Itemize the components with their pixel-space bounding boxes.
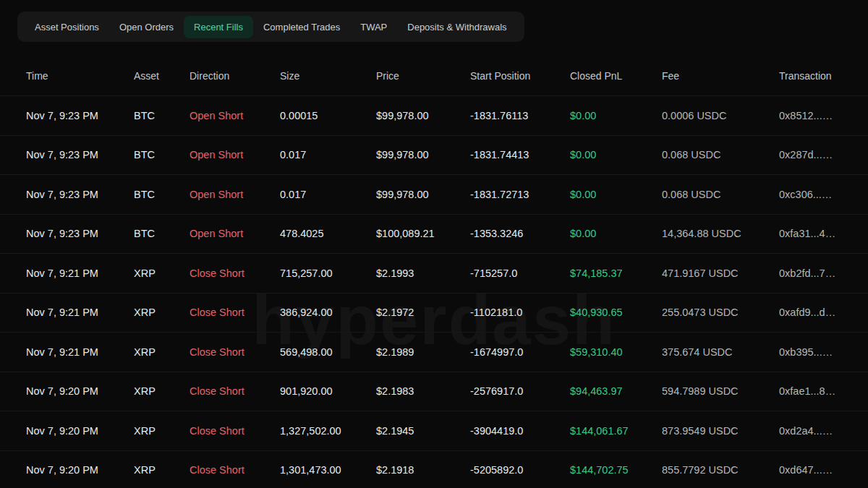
column-header-size: Size	[280, 70, 376, 82]
cell-asset: XRP	[134, 464, 190, 476]
transaction-link[interactable]: 0xd2a4...deee	[779, 425, 842, 437]
cell-closed-pnl: $74,185.37	[570, 267, 662, 279]
tab-asset-positions[interactable]: Asset Positions	[25, 16, 109, 38]
cell-price: $99,978.00	[376, 149, 470, 160]
column-header-fee: Fee	[662, 70, 779, 82]
cell-closed-pnl: $0.00	[570, 110, 662, 121]
cell-direction: Close Short	[190, 385, 280, 397]
cell-start-position: -3904419.0	[470, 425, 570, 437]
cell-asset: XRP	[134, 385, 190, 397]
tab-completed-trades[interactable]: Completed Trades	[253, 16, 350, 38]
cell-closed-pnl: $59,310.40	[570, 346, 662, 358]
table-row: Nov 7, 9:23 PM BTC Open Short 0.017 $99,…	[0, 174, 868, 214]
transaction-link[interactable]: 0xfa31...4fa8	[779, 228, 842, 239]
cell-start-position: -5205892.0	[470, 464, 570, 476]
cell-start-position: -715257.0	[470, 267, 570, 279]
table-row: Nov 7, 9:21 PM XRP Close Short 569,498.0…	[0, 332, 868, 372]
cell-fee: 594.7989 USDC	[662, 385, 779, 397]
cell-price: $100,089.21	[376, 228, 470, 239]
cell-start-position: -1831.76113	[470, 110, 570, 121]
cell-start-position: -1674997.0	[470, 346, 570, 358]
transaction-link[interactable]: 0xb2fd...7089	[779, 267, 842, 279]
table-row: Nov 7, 9:21 PM XRP Close Short 386,924.0…	[0, 293, 868, 333]
transaction-link[interactable]: 0xfae1...81fb	[779, 385, 842, 397]
cell-direction: Open Short	[190, 189, 280, 200]
cell-size: 0.017	[280, 189, 376, 200]
cell-time: Nov 7, 9:21 PM	[26, 346, 134, 358]
transaction-link[interactable]: 0x8512...32f3	[779, 110, 842, 121]
column-header-closed-pnl: Closed PnL	[570, 70, 662, 82]
column-header-transaction: Transaction	[779, 70, 842, 82]
cell-time: Nov 7, 9:20 PM	[26, 425, 134, 437]
table-row: Nov 7, 9:23 PM BTC Open Short 0.017 $99,…	[0, 135, 868, 175]
tab-open-orders[interactable]: Open Orders	[109, 16, 184, 38]
cell-time: Nov 7, 9:20 PM	[26, 464, 134, 476]
cell-direction: Open Short	[190, 228, 280, 239]
tab-bar: Asset Positions Open Orders Recent Fills…	[17, 12, 524, 42]
cell-fee: 14,364.88 USDC	[662, 228, 779, 239]
transaction-link[interactable]: 0xb395...a8fe	[779, 346, 842, 358]
column-header-price: Price	[376, 70, 470, 82]
cell-size: 386,924.00	[280, 307, 376, 318]
cell-direction: Close Short	[190, 346, 280, 358]
table-row: Nov 7, 9:20 PM XRP Close Short 1,301,473…	[0, 450, 868, 488]
cell-size: 0.017	[280, 149, 376, 160]
cell-start-position: -2576917.0	[470, 385, 570, 397]
cell-fee: 0.068 USDC	[662, 189, 779, 200]
cell-time: Nov 7, 9:21 PM	[26, 267, 134, 279]
transaction-link[interactable]: 0xc306...dee3	[779, 189, 842, 200]
cell-fee: 375.674 USDC	[662, 346, 779, 358]
cell-direction: Open Short	[190, 149, 280, 160]
cell-size: 1,327,502.00	[280, 425, 376, 437]
transaction-link[interactable]: 0x287d...abb1	[779, 149, 842, 160]
cell-fee: 855.7792 USDC	[662, 464, 779, 476]
cell-asset: XRP	[134, 267, 190, 279]
cell-start-position: -1102181.0	[470, 307, 570, 318]
recent-fills-table: Time Asset Direction Size Price Start Po…	[0, 56, 868, 488]
cell-price: $2.1993	[376, 267, 470, 279]
cell-asset: BTC	[134, 149, 190, 160]
column-header-asset: Asset	[134, 70, 190, 82]
table-row: Nov 7, 9:23 PM BTC Open Short 478.4025 $…	[0, 214, 868, 254]
cell-price: $2.1983	[376, 385, 470, 397]
cell-asset: BTC	[134, 110, 190, 121]
cell-size: 569,498.00	[280, 346, 376, 358]
cell-start-position: -1831.72713	[470, 189, 570, 200]
table-row: Nov 7, 9:21 PM XRP Close Short 715,257.0…	[0, 253, 868, 293]
cell-price: $2.1972	[376, 307, 470, 318]
cell-size: 478.4025	[280, 228, 376, 239]
cell-time: Nov 7, 9:23 PM	[26, 110, 134, 121]
cell-fee: 471.9167 USDC	[662, 267, 779, 279]
cell-fee: 873.9549 USDC	[662, 425, 779, 437]
table-row: Nov 7, 9:23 PM BTC Open Short 0.00015 $9…	[0, 95, 868, 135]
cell-direction: Close Short	[190, 267, 280, 279]
transaction-link[interactable]: 0xd647...ceb9	[779, 464, 842, 476]
cell-size: 1,301,473.00	[280, 464, 376, 476]
cell-price: $99,978.00	[376, 189, 470, 200]
cell-time: Nov 7, 9:21 PM	[26, 307, 134, 318]
cell-closed-pnl: $40,930.65	[570, 307, 662, 318]
column-header-start-position: Start Position	[470, 70, 570, 82]
cell-fee: 0.068 USDC	[662, 149, 779, 160]
cell-time: Nov 7, 9:23 PM	[26, 149, 134, 160]
cell-direction: Close Short	[190, 307, 280, 318]
cell-size: 715,257.00	[280, 267, 376, 279]
cell-time: Nov 7, 9:23 PM	[26, 228, 134, 239]
cell-size: 0.00015	[280, 110, 376, 121]
table-body: Nov 7, 9:23 PM BTC Open Short 0.00015 $9…	[0, 95, 868, 488]
tab-recent-fills[interactable]: Recent Fills	[184, 16, 253, 38]
column-header-time: Time	[26, 70, 134, 82]
cell-start-position: -1831.74413	[470, 149, 570, 160]
cell-fee: 0.0006 USDC	[662, 110, 779, 121]
tab-deposits-withdrawals[interactable]: Deposits & Withdrawals	[397, 16, 516, 38]
cell-asset: XRP	[134, 346, 190, 358]
cell-time: Nov 7, 9:23 PM	[26, 189, 134, 200]
cell-fee: 255.0473 USDC	[662, 307, 779, 318]
cell-asset: BTC	[134, 189, 190, 200]
transaction-link[interactable]: 0xafd9...dd38	[779, 307, 842, 318]
tab-twap[interactable]: TWAP	[350, 16, 397, 38]
cell-direction: Open Short	[190, 110, 280, 121]
cell-closed-pnl: $0.00	[570, 189, 662, 200]
cell-size: 901,920.00	[280, 385, 376, 397]
cell-closed-pnl: $144,702.75	[570, 464, 662, 476]
